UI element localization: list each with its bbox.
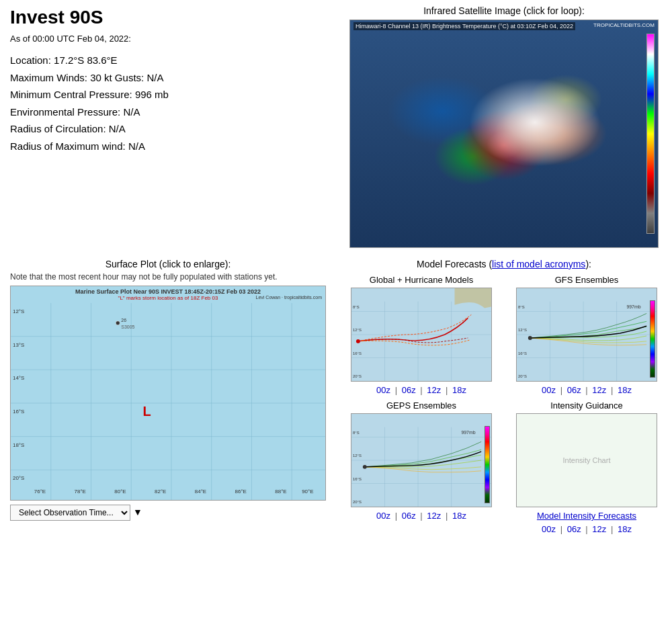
gfs-ensembles-item: GFS Ensembles 90S INVEST - GEFS Tracks a… (507, 275, 667, 395)
sat-label: Himawari-8 Channel 13 (IR) Brightness Te… (353, 22, 575, 30)
svg-text:12°S: 12°S (353, 454, 362, 458)
storm-radius-circulation: Radius of Circulation: N/A (10, 120, 326, 138)
surface-plot-title[interactable]: Surface Plot (click to enlarge): (10, 259, 326, 269)
gfs-sep1: | (560, 385, 562, 395)
storm-L-marker: L (143, 404, 151, 419)
surface-plot-credit: Levi Cowan · tropicaltidbits.com (256, 295, 322, 300)
svg-text:8°S: 8°S (518, 305, 525, 309)
svg-text:8°S: 8°S (353, 431, 360, 435)
storm-details: Location: 17.2°S 83.6°E Maximum Winds: 3… (10, 52, 326, 155)
gfs-ensembles-time-links: 00z | 06z | 12z | 18z (507, 385, 667, 395)
geps-18z-link[interactable]: 18z (452, 511, 466, 521)
intensity-18z-link[interactable]: 18z (618, 524, 632, 534)
gfs-sep2: | (585, 385, 587, 395)
svg-text:997mb: 997mb (626, 304, 640, 309)
svg-text:86°E: 86°E (235, 488, 247, 495)
global-hurricane-chart[interactable]: 90S INVEST - Model Track Guidance Initia… (351, 288, 492, 382)
intensity-time-links: 00z | 06z | 12z | 18z (507, 524, 667, 534)
int-sep3: | (611, 524, 613, 534)
intensity-00z-link[interactable]: 00z (542, 524, 556, 534)
int-sep2: | (585, 524, 587, 534)
geps-00z-link[interactable]: 00z (376, 511, 390, 521)
intensity-12z-link[interactable]: 12z (592, 524, 606, 534)
intensity-guidance-title: Intensity Guidance (507, 400, 667, 411)
svg-text:16°S: 16°S (353, 477, 362, 481)
storm-title: Invest 90S (10, 7, 326, 28)
svg-text:78°E: 78°E (75, 488, 86, 495)
gfs-colorbar (650, 300, 655, 378)
geps-12z-link[interactable]: 12z (427, 511, 441, 521)
svg-text:20°S: 20°S (13, 475, 24, 481)
model-forecasts-title: Model Forecasts (list of model acronyms)… (341, 259, 667, 269)
global-18z-link[interactable]: 18z (452, 385, 466, 395)
gfs-18z-link[interactable]: 18z (618, 385, 632, 395)
page-container: Invest 90S As of 00:00 UTC Feb 04, 2022:… (0, 0, 672, 540)
observation-time-select[interactable]: Select Observation Time... 18:45Z 19:15Z… (10, 505, 130, 521)
geps-sep1: | (395, 511, 397, 521)
global-hurricane-bg: 90S INVEST - Model Track Guidance Initia… (351, 288, 491, 381)
gfs-06z-link[interactable]: 06z (567, 385, 581, 395)
svg-point-49 (528, 336, 532, 340)
svg-text:76°E: 76°E (34, 488, 46, 495)
satellite-section[interactable]: Infrared Satellite Image (click for loop… (336, 0, 672, 253)
geps-ensembles-chart[interactable]: 90S INVEST - GEPS Tracks and Min. MSLP (… (351, 413, 492, 507)
model-forecasts-section: Model Forecasts (list of model acronyms)… (336, 253, 672, 540)
svg-text:13°S: 13°S (13, 342, 24, 348)
satellite-image[interactable]: Himawari-8 Channel 13 (IR) Brightness Te… (349, 19, 659, 248)
svg-text:88°E: 88°E (275, 488, 286, 495)
global-hurricane-time-links: 00z | 06z | 12z | 18z (341, 385, 501, 395)
storm-min-pressure: Minimum Central Pressure: 996 mb (10, 86, 326, 103)
model-acronyms-link[interactable]: list of model acronyms (492, 259, 585, 269)
gfs-ensembles-chart[interactable]: 90S INVEST - GEFS Tracks and Min. MSLP (… (516, 288, 657, 382)
dropdown-arrow-icon: ▼ (133, 507, 142, 517)
svg-text:20°S: 20°S (353, 374, 362, 378)
gfs-12z-link[interactable]: 12z (592, 385, 606, 395)
global-12z-link[interactable]: 12z (427, 385, 441, 395)
storm-env-pressure: Environmental Pressure: N/A (10, 103, 326, 121)
satellite-title[interactable]: Infrared Satellite Image (click for loop… (341, 5, 667, 16)
svg-text:12°S: 12°S (518, 328, 527, 332)
geps-sep2: | (420, 511, 422, 521)
storm-location: Location: 17.2°S 83.6°E (10, 52, 326, 69)
global-hurricane-title: Global + Hurricane Models (341, 275, 501, 285)
gfs-ensembles-bg: 90S INVEST - GEFS Tracks and Min. MSLP (… (517, 288, 657, 381)
storm-max-winds: Maximum Winds: 30 kt Gusts: N/A (10, 69, 326, 87)
gfs-sep3: | (611, 385, 613, 395)
svg-text:84°E: 84°E (195, 488, 206, 495)
svg-text:997mb: 997mb (461, 430, 475, 435)
gfs-00z-link[interactable]: 00z (542, 385, 556, 395)
svg-text:16°S: 16°S (353, 351, 362, 355)
model-forecasts-label-start: Model Forecasts ( (417, 259, 492, 269)
surface-plot-inner-label: Marine Surface Plot Near 90S INVEST 18:4… (75, 288, 261, 295)
surface-plot-map[interactable]: Marine Surface Plot Near 90S INVEST 18:4… (10, 286, 326, 501)
gfs-track-svg: 8°S 12°S 16°S 20°S 997mb (517, 288, 657, 381)
svg-rect-0 (11, 303, 325, 500)
intensity-06z-link[interactable]: 06z (567, 524, 581, 534)
geps-colorbar (485, 426, 490, 503)
sat-brand: TROPICALTIDBITS.COM (593, 22, 655, 28)
svg-text:12°S: 12°S (353, 328, 362, 332)
surface-plot-note: Note that the most recent hour may not b… (10, 272, 326, 282)
svg-text:12°S: 12°S (13, 308, 24, 314)
storm-radius-max-wind: Radius of Maximum wind: N/A (10, 138, 326, 155)
svg-text:16°S: 16°S (13, 409, 24, 415)
model-intensity-forecasts-link[interactable]: Model Intensity Forecasts (537, 511, 636, 521)
svg-text:16°S: 16°S (518, 351, 527, 355)
sat-colorbar (646, 34, 655, 234)
geps-ensembles-item: GEPS Ensembles 90S INVEST - GEPS Tracks … (341, 400, 501, 534)
global-06z-link[interactable]: 06z (402, 385, 416, 395)
geps-track-svg: 997mb 8°S 12°S 16°S 20°S (351, 414, 491, 507)
svg-point-37 (356, 339, 360, 343)
global-00z-link[interactable]: 00z (376, 385, 390, 395)
intensity-placeholder-text: Intensity Chart (563, 456, 611, 464)
surface-plot-section: Surface Plot (click to enlarge): Note th… (0, 253, 336, 540)
sep1: | (395, 385, 397, 395)
intensity-guidance-item: Intensity Guidance Intensity Chart Model… (507, 400, 667, 534)
svg-text:18°S: 18°S (13, 442, 24, 448)
surface-select-container[interactable]: Select Observation Time... 18:45Z 19:15Z… (10, 505, 326, 521)
sat-overlay (350, 20, 658, 247)
svg-text:80°E: 80°E (114, 488, 126, 495)
storm-timestamp: As of 00:00 UTC Feb 04, 2022: (10, 34, 326, 44)
svg-text:90°E: 90°E (302, 488, 313, 495)
geps-06z-link[interactable]: 06z (402, 511, 416, 521)
